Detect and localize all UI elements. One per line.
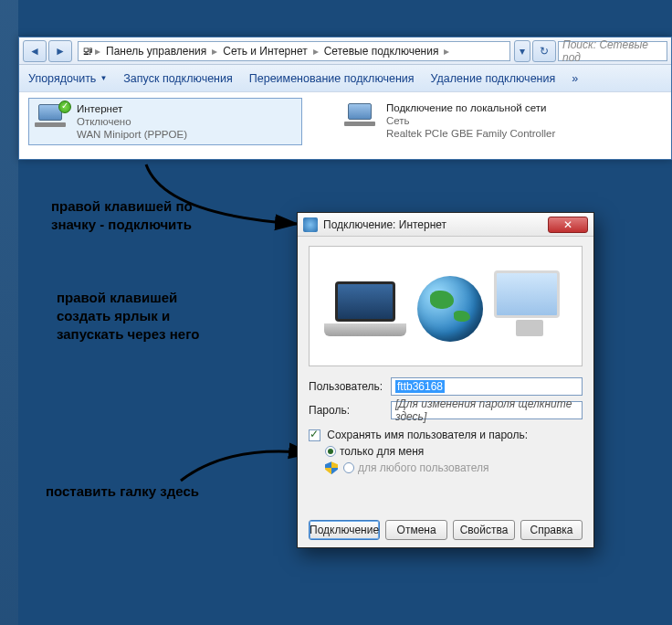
save-credentials-label: Сохранять имя пользователя и пароль: <box>327 429 528 441</box>
properties-button[interactable]: Свойства <box>453 520 515 540</box>
connection-device: WAN Miniport (PPPOE) <box>77 128 187 141</box>
close-button[interactable]: ✕ <box>548 217 588 233</box>
toolbar-rename-connection[interactable]: Переименование подключения <box>249 72 415 85</box>
any-user-radio <box>343 462 354 473</box>
breadcrumb[interactable]: Сеть и Интернет <box>219 45 310 58</box>
toolbar-overflow[interactable]: » <box>572 72 578 85</box>
password-label: Пароль: <box>309 404 391 417</box>
connection-item-internet[interactable]: Интернет Отключено WAN Miniport (PPPOE) <box>28 98 302 145</box>
connection-icon <box>342 101 379 138</box>
connection-name: Подключение по локальной сети <box>386 101 555 114</box>
connections-area: Интернет Отключено WAN Miniport (PPPOE) … <box>19 92 671 151</box>
nav-row: ◄ ► 🖳 ▸ Панель управления▸ Сеть и Интерн… <box>19 37 671 65</box>
arrow-icon <box>137 155 310 233</box>
only-me-radio[interactable] <box>325 446 336 457</box>
forward-button[interactable]: ► <box>48 40 72 62</box>
shield-icon <box>325 461 338 474</box>
command-toolbar: Упорядочить▼ Запуск подключения Переимен… <box>19 65 671 92</box>
save-credentials-checkbox[interactable] <box>309 429 320 441</box>
connection-item-lan[interactable]: Подключение по локальной сети Сеть Realt… <box>339 98 613 145</box>
connection-dialog: Подключение: Интернет ✕ Пользователь: ft… <box>297 212 594 548</box>
connection-name: Интернет <box>77 102 187 115</box>
toolbar-start-connection[interactable]: Запуск подключения <box>123 72 232 85</box>
annotation-text: правой клавишей создать ярлык и запускат… <box>57 289 199 344</box>
only-me-label: только для меня <box>340 445 424 458</box>
globe-icon <box>417 276 483 342</box>
history-dropdown[interactable]: ▾ <box>514 40 530 62</box>
user-label: Пользователь: <box>309 380 391 393</box>
password-input[interactable]: [Для изменения пароля щелкните здесь] <box>391 401 583 419</box>
toolbar-organize[interactable]: Упорядочить▼ <box>28 72 107 85</box>
refresh-button[interactable]: ↻ <box>532 40 556 62</box>
connection-icon <box>33 102 69 139</box>
breadcrumb[interactable]: Панель управления <box>102 45 210 58</box>
help-button[interactable]: Справка <box>520 520 583 540</box>
user-input[interactable]: fttb36168 <box>391 377 583 396</box>
toolbar-delete-connection[interactable]: Удаление подключения <box>431 72 556 85</box>
connect-button[interactable]: Подключение <box>309 520 380 540</box>
explorer-window: ◄ ► 🖳 ▸ Панель управления▸ Сеть и Интерн… <box>18 37 672 160</box>
address-bar[interactable]: 🖳 ▸ Панель управления▸ Сеть и Интернет▸ … <box>78 41 510 61</box>
cancel-button[interactable]: Отмена <box>385 520 447 540</box>
dialog-icon <box>303 217 318 232</box>
search-input[interactable]: Поиск: Сетевые под <box>558 41 667 61</box>
connection-status: Сеть <box>386 114 555 127</box>
connection-status: Отключено <box>77 115 187 128</box>
dialog-illustration <box>309 246 583 366</box>
folder-icon: 🖳 <box>82 45 93 58</box>
any-user-label: для любого пользователя <box>358 461 489 474</box>
desktop-strip <box>0 0 18 625</box>
breadcrumb[interactable]: Сетевые подключения <box>320 45 443 58</box>
connection-device: Realtek PCIe GBE Family Controller <box>386 127 555 140</box>
back-button[interactable]: ◄ <box>23 40 47 62</box>
dialog-titlebar[interactable]: Подключение: Интернет ✕ <box>298 213 593 237</box>
dialog-title-text: Подключение: Интернет <box>323 218 446 231</box>
